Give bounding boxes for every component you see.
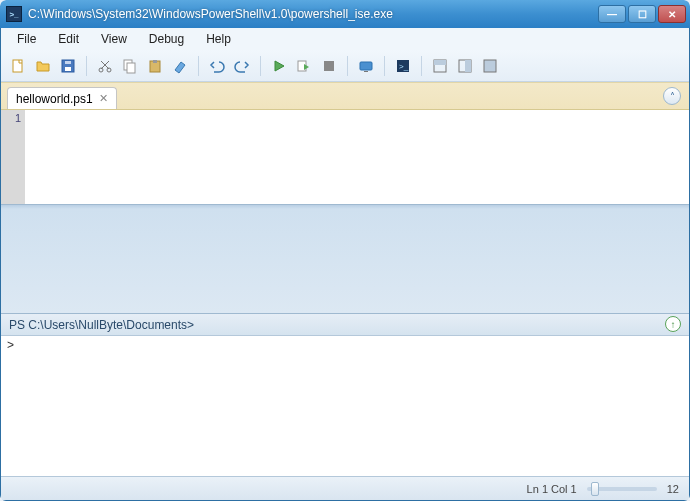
zoom-slider[interactable]	[587, 487, 657, 491]
svg-rect-12	[360, 62, 372, 70]
console-input-marker: >	[7, 338, 14, 352]
menu-edit[interactable]: Edit	[48, 30, 89, 48]
save-icon[interactable]	[57, 55, 79, 77]
menu-file[interactable]: File	[7, 30, 46, 48]
menu-debug[interactable]: Debug	[139, 30, 194, 48]
clear-icon[interactable]	[169, 55, 191, 77]
svg-rect-2	[65, 67, 71, 71]
run-selection-icon[interactable]	[268, 55, 290, 77]
svg-rect-3	[65, 61, 71, 64]
paste-icon[interactable]	[144, 55, 166, 77]
copy-icon[interactable]	[119, 55, 141, 77]
collapse-script-icon[interactable]: ˄	[663, 87, 681, 105]
line-number: 1	[1, 112, 21, 124]
svg-rect-20	[484, 60, 496, 72]
run-script-icon[interactable]	[293, 55, 315, 77]
cursor-position: Ln 1 Col 1	[527, 483, 577, 495]
toolbar: >_	[1, 50, 689, 82]
redo-icon[interactable]	[231, 55, 253, 77]
svg-rect-13	[364, 71, 368, 72]
console-pane[interactable]: >	[1, 336, 689, 476]
app-icon: >_	[6, 6, 22, 22]
titlebar: >_ C:\Windows\System32\WindowsPowerShell…	[0, 0, 690, 28]
menu-view[interactable]: View	[91, 30, 137, 48]
window-title: C:\Windows\System32\WindowsPowerShell\v1…	[28, 7, 598, 21]
stop-icon[interactable]	[318, 55, 340, 77]
menu-help[interactable]: Help	[196, 30, 241, 48]
new-file-icon[interactable]	[7, 55, 29, 77]
svg-rect-9	[153, 60, 157, 63]
undo-icon[interactable]	[206, 55, 228, 77]
svg-rect-0	[13, 60, 22, 72]
close-button[interactable]: ✕	[658, 5, 686, 23]
open-folder-icon[interactable]	[32, 55, 54, 77]
maximize-button[interactable]: ☐	[628, 5, 656, 23]
line-number-gutter: 1	[1, 110, 25, 204]
close-tab-icon[interactable]: ✕	[99, 92, 108, 105]
svg-rect-17	[434, 60, 446, 65]
menubar: File Edit View Debug Help	[1, 28, 689, 50]
show-script-right-icon[interactable]	[454, 55, 476, 77]
show-script-top-icon[interactable]	[429, 55, 451, 77]
remote-icon[interactable]	[355, 55, 377, 77]
svg-rect-19	[465, 60, 471, 72]
cut-icon[interactable]	[94, 55, 116, 77]
script-tabstrip: helloworld.ps1 ✕ ˄	[1, 82, 689, 110]
console-prompt-bar: PS C:\Users\NullByte\Documents> ↑	[1, 314, 689, 336]
svg-text:>_: >_	[399, 62, 409, 71]
script-editor[interactable]: 1	[1, 110, 689, 204]
run-arrow-icon[interactable]: ↑	[665, 316, 681, 332]
statusbar: Ln 1 Col 1 12	[1, 476, 689, 500]
tab-helloworld[interactable]: helloworld.ps1 ✕	[7, 87, 117, 109]
show-script-max-icon[interactable]	[479, 55, 501, 77]
minimize-button[interactable]: —	[598, 5, 626, 23]
powershell-icon[interactable]: >_	[392, 55, 414, 77]
code-area[interactable]	[25, 110, 689, 204]
console-prompt: PS C:\Users\NullByte\Documents>	[9, 318, 194, 332]
svg-rect-11	[324, 61, 334, 71]
splitter-pane[interactable]	[1, 204, 689, 314]
tab-label: helloworld.ps1	[16, 92, 93, 106]
svg-rect-7	[127, 63, 135, 73]
zoom-value: 12	[667, 483, 679, 495]
